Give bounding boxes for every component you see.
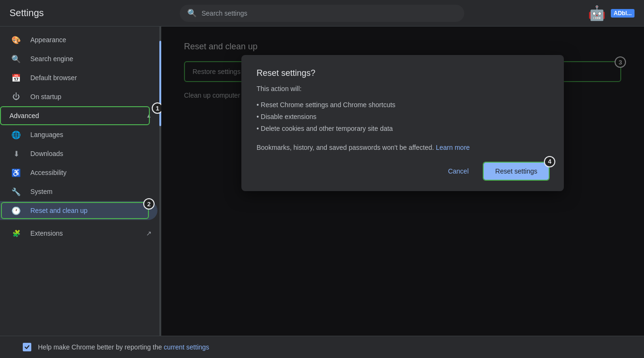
main-content: 🎨 Appearance 🔍 Search engine 📅 Default b… <box>0 27 644 336</box>
search-icon: 🔍 <box>187 9 197 18</box>
sidebar-item-system[interactable]: 🔧 System <box>0 182 157 201</box>
advanced-section-header[interactable]: Advanced ▲ <box>0 106 161 125</box>
sidebar-item-default-browser[interactable]: 📅 Default browser <box>0 68 157 87</box>
downloads-icon: ⬇ <box>9 149 23 158</box>
reset-dialog: Reset settings? This action will: • Rese… <box>241 55 564 191</box>
sidebar-label-system: System <box>30 188 53 195</box>
annotation-badge-2: 2 <box>143 198 155 210</box>
settings-title: Settings <box>9 8 104 18</box>
advanced-chevron: ▲ <box>146 112 152 119</box>
learn-more-link[interactable]: Learn more <box>436 144 470 151</box>
sidebar-label-search-engine: Search engine <box>30 55 73 63</box>
dialog-overlay: Reset settings? This action will: • Rese… <box>161 27 644 336</box>
dialog-note-text: Bookmarks, history, and saved passwords … <box>257 144 434 151</box>
sidebar-label-downloads: Downloads <box>30 150 63 157</box>
sidebar-item-languages[interactable]: 🌐 Languages <box>0 125 157 144</box>
default-browser-icon: 📅 <box>9 73 23 83</box>
list-item-1: • Reset Chrome settings and Chrome short… <box>257 99 549 111</box>
sidebar-item-extensions[interactable]: 🧩 Extensions ↗ <box>0 224 161 243</box>
dialog-title: Reset settings? <box>257 68 549 78</box>
reset-button-wrapper: Reset settings 4 <box>484 163 549 180</box>
search-input[interactable] <box>202 9 457 17</box>
sidebar-item-search-engine[interactable]: 🔍 Search engine <box>0 49 157 68</box>
languages-icon: 🌐 <box>9 130 23 139</box>
advanced-label: Advanced <box>9 112 39 119</box>
dialog-subtitle: This action will: <box>257 85 549 92</box>
dialog-note: Bookmarks, history, and saved passwords … <box>257 144 549 151</box>
annotation-badge-1: 1 <box>152 102 161 114</box>
content-area: Reset and clean up Restore settings to t… <box>161 27 644 336</box>
on-startup-icon: ⏻ <box>9 92 23 101</box>
sidebar: 🎨 Appearance 🔍 Search engine 📅 Default b… <box>0 27 161 336</box>
footer-bar: Help make Chrome better by reporting the… <box>0 336 644 358</box>
adblock-badge: ADbl... <box>611 9 635 18</box>
reset-icon: 🕐 <box>9 206 23 215</box>
app-header: Settings 🔍 🤖 ADbl... <box>0 0 644 27</box>
extensions-icon: 🧩 <box>9 229 23 237</box>
sidebar-label-accessibility: Accessibility <box>30 169 66 176</box>
search-bar[interactable]: 🔍 <box>180 5 464 22</box>
checkbox-help[interactable] <box>23 343 31 351</box>
advanced-section-wrapper: Advanced ▲ 1 <box>0 106 161 125</box>
sidebar-label-default-browser: Default browser <box>30 74 77 82</box>
dialog-actions: Cancel Reset settings 4 <box>257 163 549 180</box>
sidebar-label-reset: Reset and clean up <box>30 207 88 214</box>
external-link-icon: ↗ <box>146 229 152 237</box>
sidebar-item-accessibility[interactable]: ♿ Accessibility <box>0 163 157 182</box>
avatar: 🤖 <box>584 1 609 26</box>
accessibility-icon: ♿ <box>9 168 23 177</box>
list-item-2: • Disable extensions <box>257 111 549 123</box>
reset-item-wrapper: 🕐 Reset and clean up 2 <box>0 201 161 220</box>
reset-settings-button[interactable]: Reset settings <box>484 163 549 180</box>
footer-text: Help make Chrome better by reporting the… <box>38 343 209 351</box>
sidebar-label-languages: Languages <box>30 131 63 138</box>
footer-static-text: Help make Chrome better by reporting the <box>38 343 162 351</box>
system-icon: 🔧 <box>9 187 23 196</box>
sidebar-label-appearance: Appearance <box>30 36 66 44</box>
appearance-icon: 🎨 <box>9 36 23 45</box>
search-engine-icon: 🔍 <box>9 55 23 64</box>
sidebar-label-extensions: Extensions <box>30 229 63 237</box>
list-item-3: • Delete cookies and other temporary sit… <box>257 123 549 135</box>
sidebar-item-appearance[interactable]: 🎨 Appearance <box>0 30 157 49</box>
sidebar-item-on-startup[interactable]: ⏻ On startup <box>0 87 157 106</box>
cancel-button[interactable]: Cancel <box>439 163 478 180</box>
header-right: 🤖 ADbl... <box>540 1 635 26</box>
dialog-list: • Reset Chrome settings and Chrome short… <box>257 99 549 135</box>
sidebar-label-on-startup: On startup <box>30 93 61 101</box>
sidebar-item-downloads[interactable]: ⬇ Downloads <box>0 144 157 163</box>
current-settings-link[interactable]: current settings <box>164 343 209 351</box>
sidebar-item-reset[interactable]: 🕐 Reset and clean up <box>0 201 157 220</box>
annotation-badge-4: 4 <box>544 156 555 167</box>
